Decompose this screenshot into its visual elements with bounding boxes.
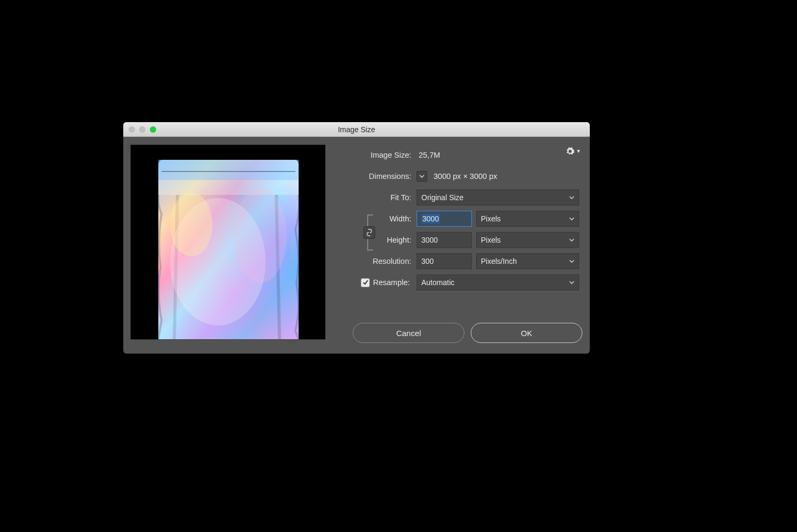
- dimensions-unit-button[interactable]: [417, 171, 427, 182]
- height-input[interactable]: 3000: [417, 232, 472, 248]
- resolution-label: Resolution:: [334, 257, 417, 265]
- titlebar: Image Size: [123, 122, 590, 137]
- ok-button-label: OK: [521, 329, 532, 338]
- chevron-down-icon: [568, 194, 575, 203]
- cancel-button-label: Cancel: [396, 329, 421, 338]
- cancel-button[interactable]: Cancel: [353, 323, 464, 343]
- width-unit-value: Pixels: [481, 214, 501, 223]
- check-icon: [362, 279, 369, 286]
- constrain-proportions-button[interactable]: [363, 226, 375, 239]
- resample-value: Automatic: [421, 278, 454, 287]
- dialog-title: Image Size: [123, 125, 590, 134]
- resolution-unit-select[interactable]: Pixels/Inch: [476, 253, 579, 269]
- resolution-value: 300: [421, 257, 434, 265]
- width-label: Width:: [349, 214, 417, 223]
- ok-button[interactable]: OK: [471, 323, 582, 343]
- image-size-dialog: Image Size: [123, 122, 590, 354]
- resample-label: Resample:: [373, 278, 417, 287]
- fit-to-value: Original Size: [421, 193, 463, 202]
- image-size-label: Image Size:: [334, 151, 417, 159]
- resolution-input[interactable]: 300: [417, 253, 472, 269]
- height-value: 3000: [421, 236, 438, 244]
- dimensions-label: Dimensions:: [334, 172, 417, 181]
- height-unit-select[interactable]: Pixels: [476, 232, 579, 248]
- chevron-down-icon: [568, 258, 575, 267]
- resample-checkbox[interactable]: [361, 278, 370, 287]
- width-value: 3000: [421, 214, 440, 224]
- svg-rect-0: [158, 160, 299, 180]
- height-label: Height:: [349, 236, 417, 244]
- preview-content: [154, 156, 303, 339]
- width-unit-select[interactable]: Pixels: [476, 211, 579, 227]
- link-icon: [367, 229, 372, 236]
- height-unit-value: Pixels: [481, 236, 501, 244]
- chevron-down-icon: [568, 236, 575, 245]
- svg-point-5: [170, 193, 213, 256]
- fit-to-label: Fit To:: [334, 193, 417, 202]
- fit-to-select[interactable]: Original Size: [417, 190, 579, 205]
- resample-select[interactable]: Automatic: [417, 274, 579, 290]
- svg-rect-2: [158, 180, 299, 195]
- image-preview[interactable]: [130, 144, 326, 340]
- svg-point-4: [234, 187, 287, 283]
- chevron-down-icon: [568, 215, 575, 224]
- resolution-unit-value: Pixels/Inch: [481, 257, 517, 265]
- image-size-value: 25,7M: [417, 151, 440, 159]
- chevron-down-icon: [568, 279, 575, 288]
- chevron-down-icon: [419, 174, 425, 179]
- width-input[interactable]: 3000: [417, 211, 472, 227]
- dimensions-value: 3000 px × 3000 px: [431, 172, 497, 181]
